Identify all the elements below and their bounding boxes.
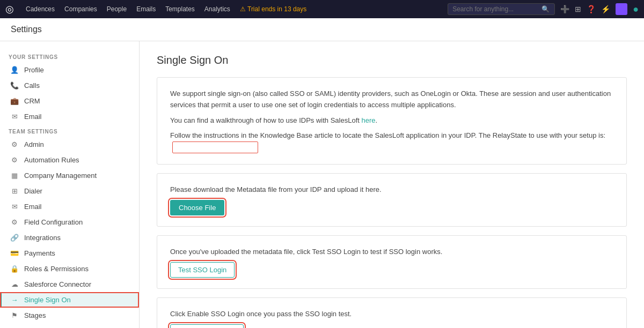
sso-desc-3: Follow the instructions in the Knowledge… — [170, 130, 613, 153]
nav-companies[interactable]: Companies — [64, 5, 97, 13]
sidebar-item-email-team[interactable]: ✉ Email — [0, 199, 139, 214]
plus-icon[interactable]: ➕ — [560, 5, 569, 13]
admin-icon: ⚙ — [10, 140, 19, 148]
crm-icon: 💼 — [10, 97, 19, 105]
sidebar-item-calls[interactable]: 📞 Calls — [0, 78, 139, 93]
sidebar-item-integrations[interactable]: 🔗 Integrations — [0, 230, 139, 245]
trial-notice: ⚠ Trial ends in 13 days — [240, 5, 306, 13]
sidebar-label-email-personal: Email — [24, 113, 42, 121]
sidebar-item-profile[interactable]: 👤 Profile — [0, 62, 139, 78]
sso-desc-3-text: Follow the instructions in the Knowledge… — [170, 131, 605, 139]
sidebar-label-sso: Single Sign On — [24, 296, 71, 304]
nav-cadences[interactable]: Cadences — [26, 5, 55, 13]
sidebar-item-email-personal[interactable]: ✉ Email — [0, 109, 139, 124]
sidebar-label-roles: Roles & Permissions — [24, 265, 89, 273]
sidebar-label-calls: Calls — [24, 81, 40, 90]
sidebar-label-salesforce: Salesforce Connector — [24, 280, 91, 288]
grid-icon[interactable]: ⊞ — [575, 5, 581, 13]
stages-icon: ⚑ — [10, 311, 19, 319]
email-personal-icon: ✉ — [10, 113, 19, 121]
email-team-icon: ✉ — [10, 203, 19, 211]
sidebar-item-salesforce[interactable]: ☁ Salesforce Connector — [0, 277, 139, 292]
sidebar-item-stages[interactable]: ⚑ Stages — [0, 308, 139, 323]
relay-state-input[interactable] — [172, 141, 258, 153]
roles-icon: 🔒 — [10, 265, 19, 273]
search-input[interactable] — [452, 5, 538, 13]
sidebar-item-payments[interactable]: 💳 Payments — [0, 245, 139, 261]
sidebar-label-crm: CRM — [24, 97, 40, 105]
integrations-icon: 🔗 — [10, 234, 19, 242]
page-wrapper: Settings YOUR SETTINGS 👤 Profile 📞 Calls… — [0, 18, 644, 328]
search-icon: 🔍 — [541, 5, 550, 13]
nav-analytics[interactable]: Analytics — [204, 5, 230, 13]
sso-desc-2: You can find a walkthrough of how to use… — [170, 115, 613, 126]
sso-desc-1: We support single sign-on (also called S… — [170, 88, 613, 111]
sidebar-label-company-mgmt: Company Management — [24, 172, 97, 180]
sidebar-item-crm[interactable]: 💼 CRM — [0, 93, 139, 109]
enable-sso-button[interactable]: Enable SSO Login — [170, 324, 244, 328]
search-box[interactable]: 🔍 — [448, 3, 555, 15]
settings-header: Settings — [0, 18, 644, 41]
sidebar-item-dialer[interactable]: ⊞ Dialer — [0, 183, 139, 199]
sidebar: YOUR SETTINGS 👤 Profile 📞 Calls 💼 CRM ✉ … — [0, 41, 140, 328]
test-sso-button[interactable]: Test SSO Login — [170, 262, 235, 278]
automation-icon: ⚙ — [10, 156, 19, 164]
sidebar-label-field-config: Field Configuration — [24, 218, 83, 226]
enable-sso-card: Click Enable SSO Login once you pass the… — [157, 297, 627, 328]
main-content: Single Sign On We support single sign-on… — [140, 41, 644, 328]
test-sso-desc: Once you've uploaded the metadata file, … — [170, 247, 613, 258]
dialer-icon: ⊞ — [10, 187, 19, 195]
payments-icon: 💳 — [10, 249, 19, 257]
sso-description-card: We support single sign-on (also called S… — [157, 77, 627, 165]
sidebar-label-admin: Admin — [24, 140, 44, 148]
profile-icon: 👤 — [10, 66, 19, 74]
avatar[interactable] — [616, 3, 627, 15]
sidebar-label-payments: Payments — [24, 249, 55, 257]
sidebar-item-roles[interactable]: 🔒 Roles & Permissions — [0, 261, 139, 277]
nav-templates[interactable]: Templates — [165, 5, 195, 13]
circle-icon[interactable]: ● — [633, 4, 639, 15]
settings-title: Settings — [11, 25, 42, 34]
content-area: YOUR SETTINGS 👤 Profile 📞 Calls 💼 CRM ✉ … — [0, 41, 644, 328]
sidebar-item-admin[interactable]: ⚙ Admin — [0, 137, 139, 152]
nav-people[interactable]: People — [107, 5, 127, 13]
test-sso-card: Once you've uploaded the metadata file, … — [157, 235, 627, 289]
sidebar-item-company-management[interactable]: ▦ Company Management — [0, 168, 139, 183]
bolt-icon[interactable]: ⚡ — [601, 5, 610, 13]
sidebar-item-sso[interactable]: → Single Sign On — [0, 292, 139, 308]
logo: ◎ — [5, 3, 14, 15]
nav-emails[interactable]: Emails — [136, 5, 156, 13]
sidebar-label-email-team: Email — [24, 203, 42, 211]
enable-sso-desc: Click Enable SSO Login once you pass the… — [170, 309, 613, 320]
sidebar-item-automation[interactable]: ⚙ Automation Rules — [0, 152, 139, 168]
top-navigation: ◎ Cadences Companies People Emails Templ… — [0, 0, 644, 18]
sidebar-item-field-config[interactable]: ⚙ Field Configuration — [0, 214, 139, 230]
your-settings-label: YOUR SETTINGS — [0, 50, 139, 62]
sso-icon: → — [10, 296, 19, 304]
field-config-icon: ⚙ — [10, 218, 19, 226]
sidebar-label-integrations: Integrations — [24, 234, 61, 242]
choose-file-button[interactable]: Choose File — [170, 200, 224, 215]
calls-icon: 📞 — [10, 81, 19, 90]
salesforce-icon: ☁ — [10, 280, 19, 288]
company-mgmt-icon: ▦ — [10, 172, 19, 180]
choose-file-desc: Please download the Metadata file from y… — [170, 184, 613, 196]
sso-desc-2-text: You can find a walkthrough of how to use… — [170, 116, 360, 124]
sidebar-item-visibility[interactable]: 👁 Visibility — [0, 323, 139, 328]
team-settings-label: TEAM SETTINGS — [0, 124, 139, 137]
question-icon[interactable]: ❓ — [587, 5, 596, 13]
sidebar-label-dialer: Dialer — [24, 187, 42, 195]
here-link[interactable]: here — [362, 116, 376, 124]
sidebar-label-automation: Automation Rules — [24, 156, 79, 164]
page-title: Single Sign On — [157, 54, 627, 66]
choose-file-card: Please download the Metadata file from y… — [157, 173, 627, 227]
sidebar-label-stages: Stages — [24, 311, 46, 319]
nav-right: 🔍 ➕ ⊞ ❓ ⚡ ● — [448, 3, 639, 15]
sidebar-label-profile: Profile — [24, 66, 44, 74]
